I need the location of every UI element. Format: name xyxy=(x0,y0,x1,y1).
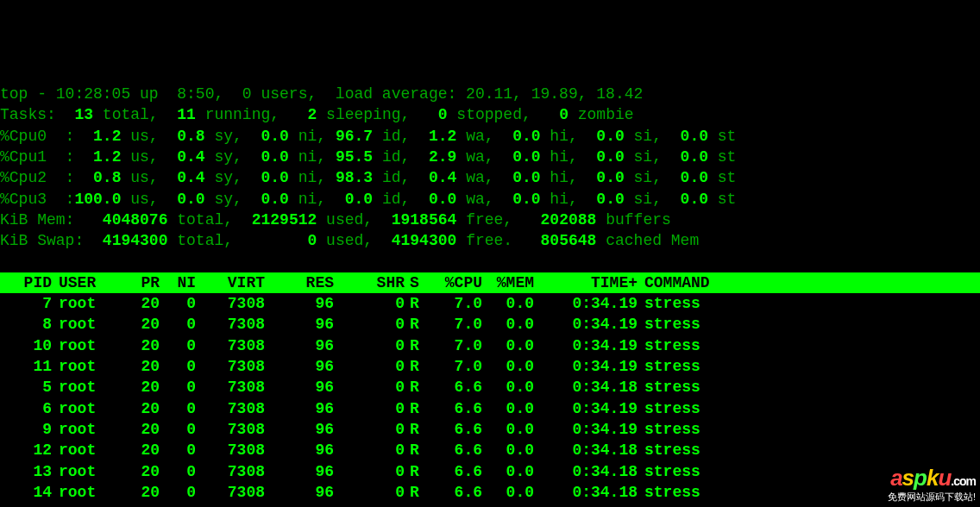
process-row[interactable]: 1root2007308632536S0.00.00:00.06stress xyxy=(0,503,980,507)
cell-cmd: stress xyxy=(638,440,715,460)
cell-cpu: 6.6 xyxy=(422,398,482,419)
process-row[interactable]: 14root2007308960R6.60.00:34.18stress xyxy=(0,482,980,503)
cell-pr: 20 xyxy=(104,314,160,335)
cell-shr: 0 xyxy=(334,377,405,397)
cell-pr: 20 xyxy=(104,503,160,507)
process-row[interactable]: 10root2007308960R7.00.00:34.19stress xyxy=(0,335,980,356)
cell-ni: 0 xyxy=(160,293,196,314)
cell-s: R xyxy=(405,440,422,460)
tasks-line: Tasks: 13 total, 11 running, 2 sleeping,… xyxy=(0,104,980,125)
cell-ni: 0 xyxy=(160,419,196,440)
process-row[interactable]: 6root2007308960R6.60.00:34.19stress xyxy=(0,398,980,419)
cell-pid: 5 xyxy=(0,377,52,397)
cell-cmd: stress xyxy=(638,356,715,377)
cell-virt: 7308 xyxy=(196,293,265,314)
watermark-tagline: 免费网站源码下载站! xyxy=(888,491,976,503)
cell-mem: 0.0 xyxy=(482,356,534,377)
cell-time: 0:34.18 xyxy=(534,482,638,503)
cell-mem: 0.0 xyxy=(482,335,534,356)
cell-time: 0:34.19 xyxy=(534,314,638,335)
watermark: aspku.com 免费网站源码下载站! xyxy=(888,465,976,503)
cell-pid: 12 xyxy=(0,440,52,460)
cell-time: 0:00.06 xyxy=(534,503,638,507)
cell-res: 632 xyxy=(265,503,334,507)
cell-ni: 0 xyxy=(160,314,196,335)
swap-line: KiB Swap: 4194300 total, 0 used, 4194300… xyxy=(0,230,980,251)
cell-shr: 0 xyxy=(334,482,405,503)
cell-time: 0:34.19 xyxy=(534,398,638,419)
watermark-logo: aspku.com xyxy=(888,465,976,491)
cell-s: R xyxy=(405,482,422,503)
cell-res: 96 xyxy=(265,377,334,397)
col-pr[interactable]: PR xyxy=(104,272,160,293)
col-shr[interactable]: SHR xyxy=(334,272,405,293)
process-row[interactable]: 13root2007308960R6.60.00:34.18stress xyxy=(0,461,980,482)
cell-pid: 9 xyxy=(0,419,52,440)
col-user[interactable]: USER xyxy=(52,272,104,293)
cell-cmd: stress xyxy=(638,461,715,482)
cell-user: root xyxy=(52,335,104,356)
process-row[interactable]: 11root2007308960R7.00.00:34.19stress xyxy=(0,356,980,377)
process-row[interactable]: 12root2007308960R6.60.00:34.18stress xyxy=(0,440,980,460)
cell-shr: 0 xyxy=(334,293,405,314)
cell-mem: 0.0 xyxy=(482,461,534,482)
cell-cmd: stress xyxy=(638,398,715,419)
cell-pid: 13 xyxy=(0,461,52,482)
process-row[interactable]: 8root2007308960R7.00.00:34.19stress xyxy=(0,314,980,335)
cell-cmd: stress xyxy=(638,419,715,440)
col-cpu[interactable]: %CPU xyxy=(422,272,482,293)
cell-res: 96 xyxy=(265,419,334,440)
cell-pr: 20 xyxy=(104,398,160,419)
cell-user: root xyxy=(52,503,104,507)
cell-res: 96 xyxy=(265,398,334,419)
col-pid[interactable]: PID xyxy=(0,272,52,293)
col-res[interactable]: RES xyxy=(265,272,334,293)
cell-user: root xyxy=(52,440,104,460)
cell-virt: 7308 xyxy=(196,419,265,440)
col-time[interactable]: TIME+ xyxy=(534,272,638,293)
cell-cmd: stress xyxy=(638,335,715,356)
cell-pid: 8 xyxy=(0,314,52,335)
cell-mem: 0.0 xyxy=(482,377,534,397)
cell-res: 96 xyxy=(265,314,334,335)
col-cmd[interactable]: COMMAND xyxy=(638,272,715,293)
cell-pr: 20 xyxy=(104,440,160,460)
cell-virt: 7308 xyxy=(196,440,265,460)
top-terminal-output: top - 10:28:05 up 8:50, 0 users, load av… xyxy=(0,84,980,507)
process-row[interactable]: 5root2007308960R6.60.00:34.18stress xyxy=(0,377,980,397)
cell-virt: 7308 xyxy=(196,356,265,377)
process-row[interactable]: 7root2007308960R7.00.00:34.19stress xyxy=(0,293,980,314)
cell-pr: 20 xyxy=(104,377,160,397)
cell-res: 96 xyxy=(265,335,334,356)
cell-virt: 7308 xyxy=(196,461,265,482)
cell-shr: 0 xyxy=(334,440,405,460)
cpu1-line: %Cpu1 : 1.2 us, 0.4 sy, 0.0 ni, 95.5 id,… xyxy=(0,147,980,167)
cell-s: R xyxy=(405,419,422,440)
cell-pid: 14 xyxy=(0,482,52,503)
cell-time: 0:34.18 xyxy=(534,461,638,482)
cell-pid: 11 xyxy=(0,356,52,377)
cell-shr: 0 xyxy=(334,419,405,440)
cell-ni: 0 xyxy=(160,440,196,460)
cell-pr: 20 xyxy=(104,482,160,503)
process-row[interactable]: 9root2007308960R6.60.00:34.19stress xyxy=(0,419,980,440)
cell-virt: 7308 xyxy=(196,398,265,419)
cell-shr: 0 xyxy=(334,356,405,377)
cell-pid: 7 xyxy=(0,293,52,314)
cell-ni: 0 xyxy=(160,503,196,507)
cell-virt: 7308 xyxy=(196,482,265,503)
cell-virt: 7308 xyxy=(196,335,265,356)
cell-cpu: 6.6 xyxy=(422,440,482,460)
col-virt[interactable]: VIRT xyxy=(196,272,265,293)
cell-cmd: stress xyxy=(638,314,715,335)
cell-virt: 7308 xyxy=(196,314,265,335)
cell-ni: 0 xyxy=(160,335,196,356)
col-mem[interactable]: %MEM xyxy=(482,272,534,293)
cell-time: 0:34.18 xyxy=(534,440,638,460)
cell-pid: 1 xyxy=(0,503,52,507)
col-ni[interactable]: NI xyxy=(160,272,196,293)
cell-pr: 20 xyxy=(104,461,160,482)
col-s[interactable]: S xyxy=(405,272,422,293)
process-table-header[interactable]: PIDUSERPRNIVIRTRESSHRS%CPU%MEMTIME+COMMA… xyxy=(0,272,980,293)
cell-virt: 7308 xyxy=(196,377,265,397)
